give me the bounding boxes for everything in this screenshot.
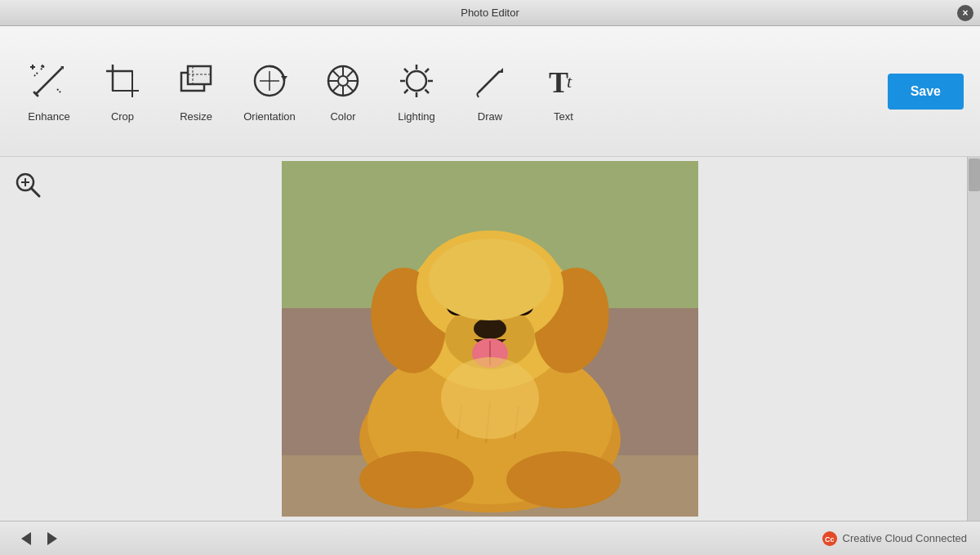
resize-label: Resize [180, 110, 212, 123]
text-label: Text [554, 110, 573, 123]
color-label: Color [330, 110, 355, 123]
svg-line-50 [31, 188, 39, 196]
scrollbar-thumb[interactable] [969, 159, 980, 191]
svg-line-39 [404, 69, 408, 73]
svg-text:T: T [549, 66, 568, 99]
orientation-icon [248, 60, 291, 102]
orientation-label: Orientation [243, 110, 296, 123]
svg-text:t: t [567, 71, 572, 92]
puppy-image [282, 161, 698, 517]
crop-label: Crop [111, 110, 134, 123]
svg-line-32 [347, 70, 354, 77]
svg-line-43 [479, 71, 500, 92]
svg-marker-21 [281, 76, 287, 81]
forward-button[interactable] [39, 526, 65, 552]
tool-orientation[interactable]: Orientation [237, 53, 302, 129]
zoom-icon[interactable] [13, 170, 42, 203]
tool-crop[interactable]: Crop [90, 53, 155, 129]
crop-icon [101, 60, 144, 102]
svg-text:Cc: Cc [825, 535, 835, 544]
tool-color[interactable]: Color [310, 53, 376, 129]
tool-resize[interactable]: Resize [163, 53, 229, 129]
svg-line-46 [477, 94, 479, 97]
svg-point-60 [506, 451, 621, 508]
close-button[interactable]: × [957, 5, 973, 21]
tool-text[interactable]: T t Text [531, 53, 596, 129]
toolbar: Enhance Crop [0, 26, 980, 157]
back-button[interactable] [13, 526, 39, 552]
svg-point-59 [359, 451, 474, 508]
svg-line-42 [404, 90, 408, 94]
scrollbar[interactable] [967, 157, 980, 521]
tool-lighting[interactable]: Lighting [384, 53, 449, 129]
svg-point-74 [429, 239, 551, 320]
color-icon [322, 60, 364, 102]
draw-icon [469, 60, 511, 102]
svg-line-33 [332, 85, 339, 92]
bottom-bar: Cc Creative Cloud Connected [0, 521, 980, 555]
svg-point-78 [441, 357, 539, 439]
lighting-icon [395, 60, 438, 102]
tool-draw[interactable]: Draw [457, 53, 523, 129]
lighting-label: Lighting [398, 110, 435, 123]
svg-line-5 [57, 89, 60, 92]
tool-enhance[interactable]: Enhance [16, 53, 82, 129]
svg-point-34 [407, 71, 426, 91]
svg-point-25 [338, 76, 348, 86]
enhance-label: Enhance [28, 110, 69, 123]
photo-container [282, 161, 698, 517]
svg-rect-17 [188, 66, 211, 84]
svg-marker-80 [47, 532, 57, 545]
save-button[interactable]: Save [888, 74, 964, 110]
resize-icon [175, 60, 217, 102]
cc-connected-status: Cc Creative Cloud Connected [822, 530, 967, 547]
svg-rect-13 [113, 71, 132, 91]
svg-line-40 [425, 90, 430, 94]
svg-line-30 [332, 70, 339, 77]
creative-cloud-logo: Cc [822, 530, 838, 547]
svg-marker-44 [498, 68, 503, 73]
svg-line-4 [34, 73, 38, 76]
svg-line-41 [425, 69, 430, 73]
draw-label: Draw [478, 110, 502, 123]
tools-container: Enhance Crop [16, 53, 888, 129]
svg-line-31 [347, 85, 354, 92]
svg-line-45 [477, 91, 480, 94]
canvas-area [0, 157, 980, 521]
enhance-icon [28, 60, 70, 102]
svg-marker-79 [21, 532, 31, 545]
svg-point-67 [474, 318, 506, 339]
cc-connected-label: Creative Cloud Connected [843, 532, 967, 544]
app-title: Photo Editor [461, 7, 519, 19]
title-bar: Photo Editor × [0, 0, 980, 26]
main-area: Enhance Crop [0, 26, 980, 521]
text-icon: T t [542, 60, 585, 102]
